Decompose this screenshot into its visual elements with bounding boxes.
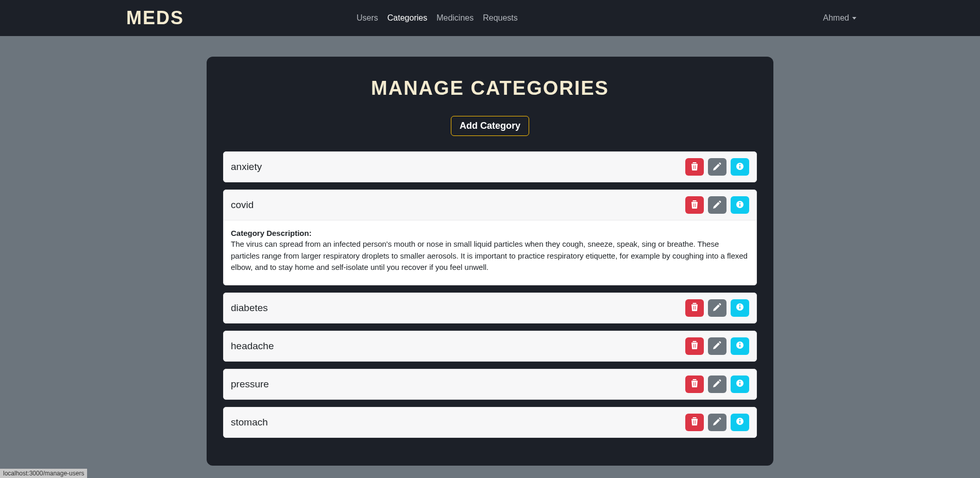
svg-rect-2 bbox=[739, 166, 740, 168]
nav-link-categories[interactable]: Categories bbox=[387, 13, 427, 23]
chevron-down-icon bbox=[852, 17, 856, 20]
info-button[interactable] bbox=[731, 375, 749, 393]
svg-rect-5 bbox=[739, 204, 740, 207]
svg-point-1 bbox=[739, 164, 740, 165]
nav-link-users[interactable]: Users bbox=[357, 13, 378, 23]
category-header[interactable]: headache bbox=[223, 331, 757, 362]
category-header[interactable]: pressure bbox=[223, 369, 757, 400]
category-item: pressure bbox=[223, 369, 757, 400]
info-button[interactable] bbox=[731, 196, 749, 214]
category-actions bbox=[685, 375, 749, 393]
category-item: headache bbox=[223, 331, 757, 362]
edit-icon bbox=[713, 303, 721, 313]
category-item: anxiety bbox=[223, 151, 757, 182]
category-actions bbox=[685, 414, 749, 431]
brand-logo[interactable]: MEDS bbox=[126, 7, 184, 29]
category-header[interactable]: covid bbox=[223, 190, 757, 220]
edit-icon bbox=[713, 200, 721, 210]
info-icon bbox=[736, 162, 744, 172]
description-label: Category Description: bbox=[231, 229, 749, 237]
delete-button[interactable] bbox=[685, 196, 704, 214]
edit-icon bbox=[713, 162, 721, 172]
info-icon bbox=[736, 200, 744, 210]
svg-rect-11 bbox=[739, 345, 740, 347]
main-panel: MANAGE CATEGORIES Add Category anxietyco… bbox=[207, 57, 773, 466]
trash-icon bbox=[691, 379, 698, 389]
edit-button[interactable] bbox=[708, 414, 726, 431]
edit-button[interactable] bbox=[708, 375, 726, 393]
svg-rect-8 bbox=[739, 306, 740, 309]
add-category-button[interactable]: Add Category bbox=[451, 116, 529, 136]
trash-icon bbox=[691, 341, 698, 351]
trash-icon bbox=[691, 162, 698, 172]
category-name: stomach bbox=[231, 417, 685, 428]
delete-button[interactable] bbox=[685, 158, 704, 176]
status-bar: localhost:3000/manage-users bbox=[0, 469, 87, 478]
info-icon bbox=[736, 341, 744, 351]
info-button[interactable] bbox=[731, 337, 749, 355]
info-button[interactable] bbox=[731, 299, 749, 317]
category-list: anxietycovidCategory Description:The vir… bbox=[223, 151, 757, 438]
navbar: MEDS Users Categories Medicines Requests… bbox=[0, 0, 980, 36]
svg-point-13 bbox=[739, 381, 740, 382]
edit-button[interactable] bbox=[708, 158, 726, 176]
edit-button[interactable] bbox=[708, 337, 726, 355]
category-name: pressure bbox=[231, 379, 685, 390]
category-actions bbox=[685, 196, 749, 214]
nav-links: Users Categories Medicines Requests bbox=[357, 13, 823, 23]
delete-button[interactable] bbox=[685, 414, 704, 431]
trash-icon bbox=[691, 200, 698, 210]
category-actions bbox=[685, 337, 749, 355]
info-icon bbox=[736, 379, 744, 389]
delete-button[interactable] bbox=[685, 299, 704, 317]
edit-button[interactable] bbox=[708, 196, 726, 214]
category-name: covid bbox=[231, 199, 685, 211]
edit-icon bbox=[713, 417, 721, 427]
category-name: headache bbox=[231, 340, 685, 352]
category-name: anxiety bbox=[231, 161, 685, 173]
info-icon bbox=[736, 303, 744, 313]
category-header[interactable]: anxiety bbox=[223, 151, 757, 182]
user-menu[interactable]: Ahmed bbox=[823, 13, 856, 23]
category-actions bbox=[685, 158, 749, 176]
delete-button[interactable] bbox=[685, 375, 704, 393]
svg-point-10 bbox=[739, 343, 740, 344]
edit-button[interactable] bbox=[708, 299, 726, 317]
nav-link-medicines[interactable]: Medicines bbox=[436, 13, 474, 23]
svg-point-16 bbox=[739, 419, 740, 420]
delete-button[interactable] bbox=[685, 337, 704, 355]
info-icon bbox=[736, 417, 744, 427]
category-name: diabetes bbox=[231, 302, 685, 314]
info-button[interactable] bbox=[731, 158, 749, 176]
trash-icon bbox=[691, 303, 698, 313]
page-title: MANAGE CATEGORIES bbox=[223, 77, 757, 99]
category-item: stomach bbox=[223, 407, 757, 438]
edit-icon bbox=[713, 379, 721, 389]
user-name: Ahmed bbox=[823, 13, 849, 23]
svg-point-7 bbox=[739, 304, 740, 305]
category-item: covidCategory Description:The virus can … bbox=[223, 190, 757, 285]
category-actions bbox=[685, 299, 749, 317]
svg-rect-14 bbox=[739, 383, 740, 385]
description-text: The virus can spread from an infected pe… bbox=[231, 238, 749, 274]
trash-icon bbox=[691, 417, 698, 427]
category-header[interactable]: stomach bbox=[223, 407, 757, 438]
category-description-panel: Category Description:The virus can sprea… bbox=[223, 220, 757, 285]
edit-icon bbox=[713, 341, 721, 351]
svg-rect-17 bbox=[739, 421, 740, 423]
category-item: diabetes bbox=[223, 293, 757, 323]
category-header[interactable]: diabetes bbox=[223, 293, 757, 323]
info-button[interactable] bbox=[731, 414, 749, 431]
svg-point-4 bbox=[739, 202, 740, 203]
nav-link-requests[interactable]: Requests bbox=[483, 13, 518, 23]
